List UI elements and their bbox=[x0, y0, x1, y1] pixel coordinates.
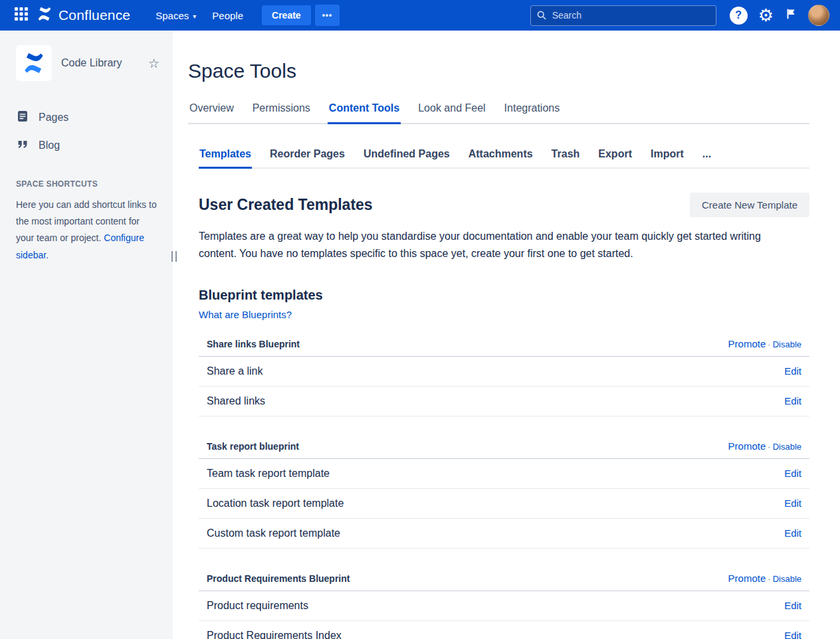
body: Code Library ☆ Pages bbox=[0, 31, 840, 639]
blueprint-group-header: Share links Blueprint Promote·Disable bbox=[199, 331, 809, 357]
blueprint-group: Task report blueprint Promote·Disable Te… bbox=[199, 434, 809, 549]
sidebar-item-blog[interactable]: Blog bbox=[0, 132, 173, 159]
announcements-button[interactable] bbox=[784, 7, 797, 23]
more-menu-button[interactable]: ••• bbox=[315, 5, 340, 26]
chevron-down-icon: ▾ bbox=[193, 13, 196, 20]
template-name: Product Requirements Index bbox=[207, 630, 342, 639]
page: Confluence Spaces ▾ People Create ••• ? … bbox=[0, 0, 840, 639]
subtab-import[interactable]: Import bbox=[650, 148, 684, 167]
space-navigation: Pages Blog bbox=[0, 104, 173, 159]
create-new-template-button[interactable]: Create New Template bbox=[690, 193, 809, 217]
tab-integrations[interactable]: Integrations bbox=[503, 102, 562, 123]
search-input[interactable] bbox=[530, 5, 716, 26]
template-row: Team task report template Edit bbox=[199, 459, 809, 489]
edit-link[interactable]: Edit bbox=[784, 527, 801, 539]
blueprint-templates-heading: Blueprint templates bbox=[199, 288, 809, 303]
edit-link[interactable]: Edit bbox=[784, 365, 801, 377]
brand-name: Confluence bbox=[58, 7, 130, 23]
blueprint-group-name: Task report blueprint bbox=[207, 441, 299, 452]
user-avatar[interactable] bbox=[808, 5, 829, 26]
edit-link[interactable]: Edit bbox=[784, 630, 801, 639]
pages-icon bbox=[16, 110, 29, 126]
blueprint-group-header: Product Requirements Blueprint Promote·D… bbox=[199, 566, 809, 591]
tab-content-tools[interactable]: Content Tools bbox=[328, 102, 401, 123]
page-title: Space Tools bbox=[188, 60, 809, 82]
subtab-attachments[interactable]: Attachments bbox=[468, 148, 534, 167]
subtab-templates[interactable]: Templates bbox=[199, 148, 252, 167]
people-menu[interactable]: People bbox=[204, 6, 251, 25]
template-row: Product Requirements Index Edit bbox=[199, 621, 809, 639]
blueprint-group-name: Product Requirements Blueprint bbox=[207, 573, 350, 584]
search-container bbox=[530, 5, 716, 26]
template-row: Location task report template Edit bbox=[199, 489, 809, 519]
template-name: Product requirements bbox=[207, 600, 308, 612]
blueprint-group: Product Requirements Blueprint Promote·D… bbox=[199, 566, 809, 639]
tab-look-and-feel[interactable]: Look and Feel bbox=[417, 102, 486, 123]
question-mark-icon: ? bbox=[735, 9, 742, 21]
content-tools-panel: Templates Reorder Pages Undefined Pages … bbox=[199, 148, 809, 639]
sidebar-resize-handle[interactable] bbox=[171, 251, 177, 262]
sidebar-item-label: Blog bbox=[39, 139, 60, 151]
promote-link[interactable]: Promote bbox=[728, 338, 766, 349]
what-are-blueprints-link[interactable]: What are Blueprints? bbox=[199, 309, 292, 320]
disable-link[interactable]: Disable bbox=[773, 339, 801, 349]
template-row: Custom task report template Edit bbox=[199, 519, 809, 549]
top-navigation-bar: Confluence Spaces ▾ People Create ••• ? … bbox=[0, 0, 840, 31]
template-name: Share a link bbox=[207, 365, 263, 377]
star-icon[interactable]: ☆ bbox=[148, 56, 159, 71]
template-row: Product requirements Edit bbox=[199, 591, 809, 621]
blueprint-group-actions: Promote·Disable bbox=[728, 573, 801, 585]
app-switcher-button[interactable] bbox=[11, 5, 32, 26]
template-name: Custom task report template bbox=[207, 527, 340, 539]
template-row: Shared links Edit bbox=[199, 387, 809, 416]
subtab-reorder-pages[interactable]: Reorder Pages bbox=[269, 148, 346, 167]
grid-icon bbox=[14, 7, 29, 24]
user-templates-header: User Created Templates Create New Templa… bbox=[199, 193, 809, 217]
people-menu-label: People bbox=[212, 10, 243, 21]
edit-link[interactable]: Edit bbox=[784, 468, 801, 479]
main-content: Space Tools Overview Permissions Content… bbox=[173, 31, 840, 639]
edit-link[interactable]: Edit bbox=[784, 600, 801, 611]
dot-separator: · bbox=[768, 442, 770, 452]
sidebar-item-label: Pages bbox=[39, 112, 68, 124]
blog-quote-icon bbox=[16, 137, 29, 153]
template-name: Location task report template bbox=[207, 498, 344, 509]
tab-overview[interactable]: Overview bbox=[188, 102, 235, 123]
space-shortcuts-description: Here you can add shortcut links to the m… bbox=[16, 197, 157, 264]
tab-permissions[interactable]: Permissions bbox=[251, 102, 312, 123]
settings-button[interactable]: ⚙ bbox=[758, 7, 774, 24]
space-shortcuts-heading: SPACE SHORTCUTS bbox=[16, 179, 157, 189]
template-row: Share a link Edit bbox=[199, 357, 809, 387]
space-logo[interactable] bbox=[16, 45, 52, 81]
spaces-menu-label: Spaces bbox=[156, 10, 189, 21]
create-button[interactable]: Create bbox=[262, 5, 311, 25]
blueprint-group-header: Task report blueprint Promote·Disable bbox=[199, 434, 809, 459]
search-icon bbox=[536, 10, 547, 23]
gear-icon: ⚙ bbox=[758, 5, 774, 25]
dot-separator: · bbox=[768, 574, 770, 584]
subtab-overflow[interactable]: ... bbox=[702, 148, 712, 167]
spaces-menu[interactable]: Spaces ▾ bbox=[148, 6, 204, 25]
disable-link[interactable]: Disable bbox=[773, 574, 801, 584]
promote-link[interactable]: Promote bbox=[728, 440, 766, 452]
disable-link[interactable]: Disable bbox=[773, 442, 801, 452]
blueprint-group: Share links Blueprint Promote·Disable Sh… bbox=[199, 331, 809, 416]
blueprint-group-name: Share links Blueprint bbox=[207, 339, 300, 349]
space-header: Code Library ☆ bbox=[0, 41, 173, 85]
space-name[interactable]: Code Library bbox=[61, 57, 148, 69]
confluence-home-link[interactable]: Confluence bbox=[36, 5, 130, 25]
edit-link[interactable]: Edit bbox=[784, 395, 801, 407]
template-name: Team task report template bbox=[207, 468, 330, 480]
confluence-logo-icon bbox=[36, 5, 53, 25]
space-tools-tabs: Overview Permissions Content Tools Look … bbox=[188, 102, 809, 124]
blueprint-group-actions: Promote·Disable bbox=[728, 440, 801, 452]
subtab-trash[interactable]: Trash bbox=[551, 148, 581, 167]
help-button[interactable]: ? bbox=[730, 7, 748, 25]
user-templates-description: Templates are a great way to help you st… bbox=[199, 228, 797, 262]
subtab-export[interactable]: Export bbox=[597, 148, 633, 167]
promote-link[interactable]: Promote bbox=[728, 573, 766, 584]
user-templates-heading: User Created Templates bbox=[199, 196, 373, 214]
edit-link[interactable]: Edit bbox=[784, 498, 801, 509]
subtab-undefined-pages[interactable]: Undefined Pages bbox=[363, 148, 451, 167]
sidebar-item-pages[interactable]: Pages bbox=[0, 104, 173, 132]
